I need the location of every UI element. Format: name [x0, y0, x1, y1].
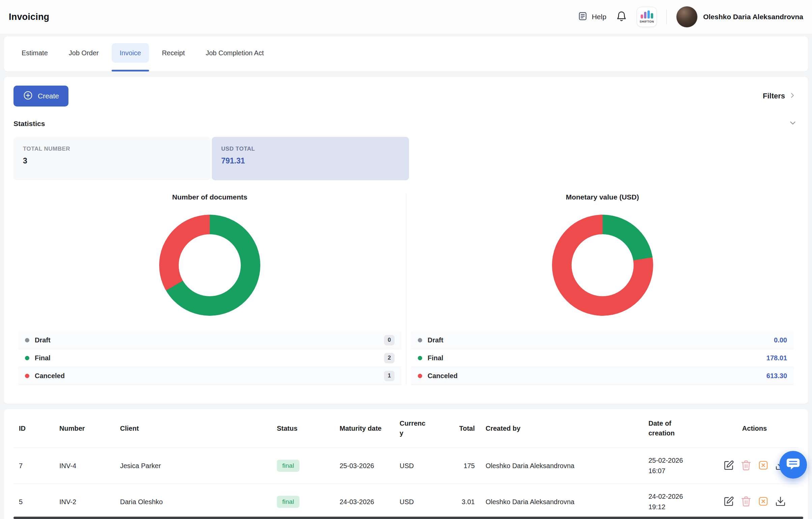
- table-row: 7INV-4Jesica Parkerfinal25-03-2026USD175…: [13, 448, 799, 484]
- download-button[interactable]: [774, 495, 787, 509]
- tab-job-completion-act[interactable]: Job Completion Act: [198, 43, 272, 63]
- invoicing-page: Invoicing Help SHIFTON: [0, 0, 812, 519]
- app-header: Invoicing Help SHIFTON: [0, 0, 812, 34]
- legend-dot: [418, 356, 422, 360]
- column-header-total: Total: [433, 409, 480, 448]
- tab-job-order[interactable]: Job Order: [61, 43, 107, 63]
- usd-total-card[interactable]: USD TOTAL 791.31: [212, 137, 409, 180]
- avatar[interactable]: [676, 6, 698, 28]
- create-button-label: Create: [38, 92, 59, 100]
- chat-widget-button[interactable]: [779, 451, 807, 479]
- documents-chart-legend: Draft0Final2Canceled1: [18, 331, 401, 385]
- delete-icon: [741, 460, 752, 472]
- column-header-id: ID: [13, 409, 54, 448]
- help-label: Help: [592, 13, 606, 21]
- cell-currency: USD: [394, 448, 433, 484]
- plus-circle-icon: [23, 90, 33, 102]
- shifton-logo-icon: [641, 10, 653, 19]
- edit-button[interactable]: [723, 495, 735, 509]
- legend-dot: [25, 374, 29, 378]
- cell-actions: [710, 484, 799, 519]
- status-badge: final: [277, 460, 299, 472]
- cancel-button[interactable]: [757, 495, 770, 509]
- charts-section: Number of documents Draft0Final2Canceled…: [13, 193, 799, 385]
- legend-value: 1: [384, 371, 395, 381]
- cell-maturity-date: 25-03-2026: [334, 448, 394, 484]
- legend-dot: [418, 338, 422, 342]
- cell-total: 3.01: [433, 484, 480, 519]
- legend-row-final: Final2: [18, 349, 401, 367]
- cell-created-by: Oleshko Daria Aleksandrovna: [480, 484, 643, 519]
- help-icon: [578, 11, 588, 23]
- legend-value: 2: [384, 353, 395, 363]
- legend-row-canceled: Canceled613.30: [411, 367, 794, 385]
- column-header-status: Status: [271, 409, 334, 448]
- total-number-card[interactable]: TOTAL NUMBER 3: [13, 137, 211, 180]
- tab-receipt[interactable]: Receipt: [154, 43, 193, 63]
- legend-row-draft: Draft0.00: [411, 331, 794, 349]
- cell-currency: USD: [394, 484, 433, 519]
- cell-id: 5: [13, 484, 54, 519]
- status-badge: final: [277, 496, 299, 508]
- legend-dot: [25, 356, 29, 360]
- legend-value: 613.30: [766, 372, 787, 380]
- column-header-number: Number: [54, 409, 115, 448]
- legend-value: 0.00: [774, 336, 787, 344]
- chevron-down-icon[interactable]: [788, 119, 799, 129]
- cell-status: final: [271, 448, 334, 484]
- legend-label: Canceled: [428, 372, 766, 380]
- delete-button[interactable]: [740, 495, 752, 509]
- legend-label: Draft: [428, 336, 774, 344]
- document-type-tab-bar: EstimateJob OrderInvoiceReceiptJob Compl…: [4, 36, 808, 71]
- notifications-button[interactable]: [616, 10, 627, 23]
- invoices-table-card: ID Number Client Status Maturity date Cu…: [4, 409, 808, 519]
- filters-button[interactable]: Filters: [763, 91, 799, 101]
- legend-label: Final: [35, 354, 384, 362]
- tab-invoice[interactable]: Invoice: [112, 43, 149, 63]
- statistics-title: Statistics: [13, 120, 45, 128]
- statistics-panel: Create Filters Statistics TOTAL NUMBER 3…: [4, 77, 808, 404]
- column-header-created-by: Created by: [480, 409, 643, 448]
- table-horizontal-scrollbar[interactable]: [13, 517, 803, 519]
- statistics-section-header: Statistics: [13, 119, 799, 129]
- monetary-chart-legend: Draft0.00Final178.01Canceled613.30: [411, 331, 794, 385]
- edit-icon: [723, 496, 734, 508]
- header-divider: [666, 9, 667, 24]
- chat-bubble-icon: [785, 456, 801, 473]
- cell-status: final: [271, 484, 334, 519]
- filters-label: Filters: [763, 92, 785, 100]
- cell-date-of-creation: 25-02-202616:07: [643, 448, 710, 484]
- column-header-client: Client: [115, 409, 271, 448]
- delete-button[interactable]: [740, 459, 752, 472]
- tab-estimate[interactable]: Estimate: [13, 43, 56, 63]
- user-menu[interactable]: Oleshko Daria Aleksandrovna: [676, 6, 803, 28]
- edit-icon: [723, 460, 734, 472]
- table-header-row: ID Number Client Status Maturity date Cu…: [13, 409, 799, 448]
- total-number-label: TOTAL NUMBER: [23, 146, 201, 152]
- cancel-icon: [758, 496, 769, 508]
- user-name: Oleshko Daria Aleksandrovna: [703, 13, 803, 21]
- legend-label: Canceled: [35, 372, 384, 380]
- help-button[interactable]: Help: [578, 11, 606, 23]
- column-header-maturity-date: Maturity date: [334, 409, 394, 448]
- legend-label: Draft: [35, 336, 384, 344]
- toolbar: Create Filters: [13, 86, 799, 106]
- download-icon: [775, 496, 786, 508]
- cancel-icon: [758, 460, 769, 472]
- monetary-chart-title: Monetary value (USD): [411, 193, 794, 201]
- shifton-label: SHIFTON: [640, 20, 654, 23]
- cell-maturity-date: 24-03-2026: [334, 484, 394, 519]
- cancel-button[interactable]: [757, 459, 770, 472]
- create-button[interactable]: Create: [13, 86, 68, 106]
- legend-row-canceled: Canceled1: [18, 367, 401, 385]
- cell-date-of-creation: 24-02-202619:12: [643, 484, 710, 519]
- edit-button[interactable]: [723, 459, 735, 472]
- shifton-app-icon[interactable]: SHIFTON: [637, 7, 657, 27]
- usd-total-label: USD TOTAL: [221, 146, 400, 152]
- monetary-value-donut-chart: [552, 215, 653, 316]
- page-title: Invoicing: [9, 12, 49, 22]
- column-header-date-of-creation: Date of creation: [643, 409, 710, 448]
- legend-row-final: Final178.01: [411, 349, 794, 367]
- legend-dot: [418, 374, 422, 378]
- header-actions: Help SHIFTON Oleshko Daria Aleksandrovna: [578, 6, 803, 28]
